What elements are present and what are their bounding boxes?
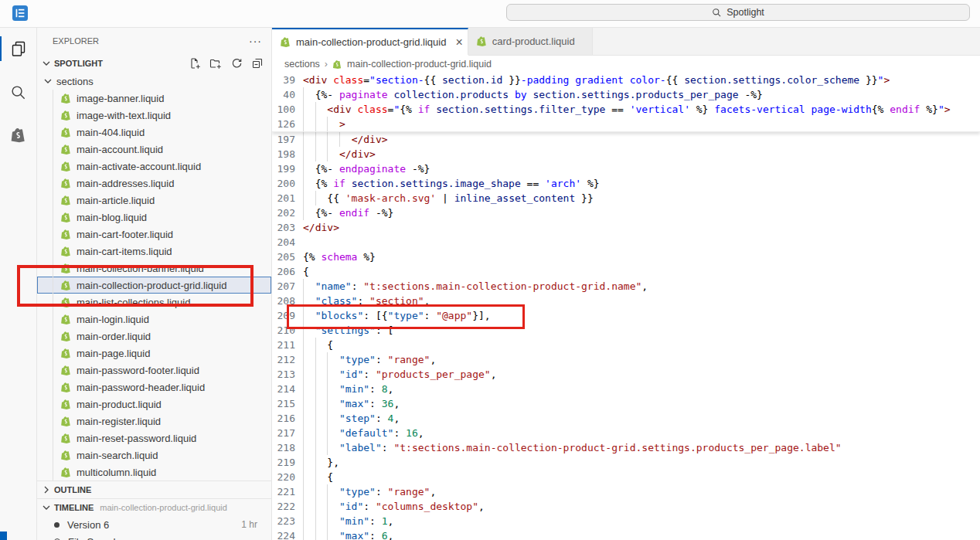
code-line: 216 "step": 4,: [272, 411, 980, 426]
breadcrumb[interactable]: sections › main-collection-product-grid.…: [272, 56, 980, 73]
indent-guide: [327, 132, 328, 147]
indent-guide: [327, 484, 328, 499]
file-item[interactable]: main-list-collections.liquid: [37, 294, 271, 311]
line-content: <div class="section-{{ section.id }}-pad…: [303, 73, 890, 87]
file-item[interactable]: main-password-footer.liquid: [37, 362, 271, 379]
indent-guide: [327, 411, 328, 426]
indent-guide: [315, 382, 316, 396]
sticky-scroll[interactable]: 39<div class="section-{{ section.id }}-p…: [272, 73, 980, 132]
line-content: {: [303, 338, 333, 352]
line-content: "type": "range",: [303, 352, 436, 367]
line-number: 201: [272, 191, 295, 205]
breadcrumb-folder[interactable]: sections: [284, 59, 320, 70]
shopify-file-icon: [60, 178, 72, 189]
timeline-section-header[interactable]: TIMELINE main-collection-product-grid.li…: [37, 498, 271, 516]
file-item[interactable]: main-addresses.liquid: [37, 175, 271, 192]
timeline-item[interactable]: Version 61 hr: [37, 516, 271, 533]
indent-guide: [303, 279, 304, 294]
line-number: 212: [272, 352, 295, 367]
editor-code-area[interactable]: 39<div class="section-{{ section.id }}-p…: [272, 73, 980, 540]
indent-guide: [303, 440, 304, 455]
line-number: 205: [272, 250, 295, 264]
file-item[interactable]: main-collection-product-grid.liquid: [37, 277, 271, 294]
shopify-file-icon: [60, 195, 72, 206]
indent-guide: [339, 132, 340, 147]
activity-shopify-button[interactable]: [0, 121, 36, 150]
file-item[interactable]: main-cart-footer.liquid: [37, 226, 271, 243]
file-item[interactable]: main-search.liquid: [37, 447, 271, 464]
folder-sections[interactable]: sections: [37, 73, 271, 90]
file-name: main-account.liquid: [77, 144, 163, 155]
code-line: 40 {%- paginate collection.products by s…: [272, 87, 980, 102]
file-name: main-404.liquid: [77, 127, 145, 138]
code-lines: 197 </div>198 </div>199 {%- endpaginate …: [272, 132, 980, 540]
indent-guide: [303, 455, 304, 470]
shopify-icon: [10, 127, 27, 144]
indent-guide: [303, 323, 304, 338]
indent-guide: [315, 499, 316, 514]
code-line: 200 {% if section.settings.image_shape =…: [272, 176, 980, 191]
file-tree-children: image-banner.liquid image-with-text.liqu…: [37, 90, 271, 481]
editor-tab[interactable]: card-product.liquid: [468, 28, 593, 55]
indent-guide: [315, 147, 316, 161]
file-item[interactable]: main-account.liquid: [37, 141, 271, 158]
line-content: "type": "range",: [303, 484, 436, 499]
file-item[interactable]: main-cart-items.liquid: [37, 243, 271, 260]
file-item[interactable]: main-login.liquid: [37, 311, 271, 328]
file-item[interactable]: main-article.liquid: [37, 192, 271, 209]
explorer-more-actions-icon[interactable]: ···: [249, 37, 262, 45]
line-number: 221: [272, 484, 295, 499]
line-number: 214: [272, 382, 295, 396]
tab-close-icon[interactable]: ×: [455, 37, 462, 48]
line-content: "min": 1,: [303, 514, 393, 528]
line-content: "default": 16,: [303, 426, 424, 440]
activity-explorer-button[interactable]: [0, 34, 36, 63]
shopify-file-icon: [60, 144, 72, 155]
shopify-file-icon: [60, 161, 72, 172]
file-item[interactable]: main-collection-banner.liquid: [37, 260, 271, 277]
line-content: {%- endpaginate -%}: [303, 161, 430, 176]
refresh-icon[interactable]: [230, 57, 243, 70]
file-name: main-login.liquid: [77, 314, 149, 325]
file-item[interactable]: main-order.liquid: [37, 328, 271, 345]
code-line: 217 "default": 16,: [272, 426, 980, 440]
indent-guide: [303, 514, 304, 528]
chevron-down-icon: [40, 57, 53, 70]
file-name: main-reset-password.liquid: [77, 433, 196, 444]
file-item[interactable]: main-page.liquid: [37, 345, 271, 362]
workspace-section-header[interactable]: SPOTLIGHT: [37, 54, 271, 73]
file-item[interactable]: multicolumn.liquid: [37, 464, 271, 481]
file-item[interactable]: image-banner.liquid: [37, 90, 271, 107]
file-item[interactable]: main-404.liquid: [37, 124, 271, 141]
breadcrumb-file[interactable]: main-collection-product-grid.liquid: [347, 59, 492, 70]
new-file-icon[interactable]: [189, 57, 201, 70]
timeline-item[interactable]: File Saved: [37, 533, 271, 540]
line-content: "id": "columns_desktop",: [303, 499, 485, 514]
file-item[interactable]: image-with-text.liquid: [37, 107, 271, 124]
code-line: 213 "id": "products_per_page",: [272, 367, 980, 382]
line-number: 203: [272, 220, 295, 235]
activity-search-button[interactable]: [0, 77, 36, 107]
file-item[interactable]: main-reset-password.liquid: [37, 430, 271, 447]
outline-section-header[interactable]: OUTLINE: [37, 481, 271, 498]
indent-guide: [303, 176, 304, 191]
line-content: >: [303, 117, 345, 131]
collapse-folders-icon[interactable]: [251, 57, 264, 70]
line-content: "label": "t:sections.main-collection-pro…: [303, 440, 842, 455]
shopify-file-icon: [60, 246, 72, 257]
indent-guide: [303, 338, 304, 352]
file-item[interactable]: main-password-header.liquid: [37, 379, 271, 396]
shopify-file-icon: [60, 467, 72, 478]
chevron-down-icon: [40, 501, 53, 514]
spotlight-search[interactable]: Spotlight: [506, 4, 970, 21]
line-content: </div>: [303, 147, 376, 161]
file-item[interactable]: main-register.liquid: [37, 413, 271, 430]
file-item[interactable]: main-product.liquid: [37, 396, 271, 413]
shopify-file-icon: [60, 212, 72, 223]
editor-tab[interactable]: main-collection-product-grid.liquid×: [272, 28, 468, 55]
file-item[interactable]: main-blog.liquid: [37, 209, 271, 226]
new-folder-icon[interactable]: [209, 57, 222, 70]
indent-guide: [303, 382, 304, 396]
file-item[interactable]: main-activate-account.liquid: [37, 158, 271, 175]
indent-guide: [327, 382, 328, 396]
